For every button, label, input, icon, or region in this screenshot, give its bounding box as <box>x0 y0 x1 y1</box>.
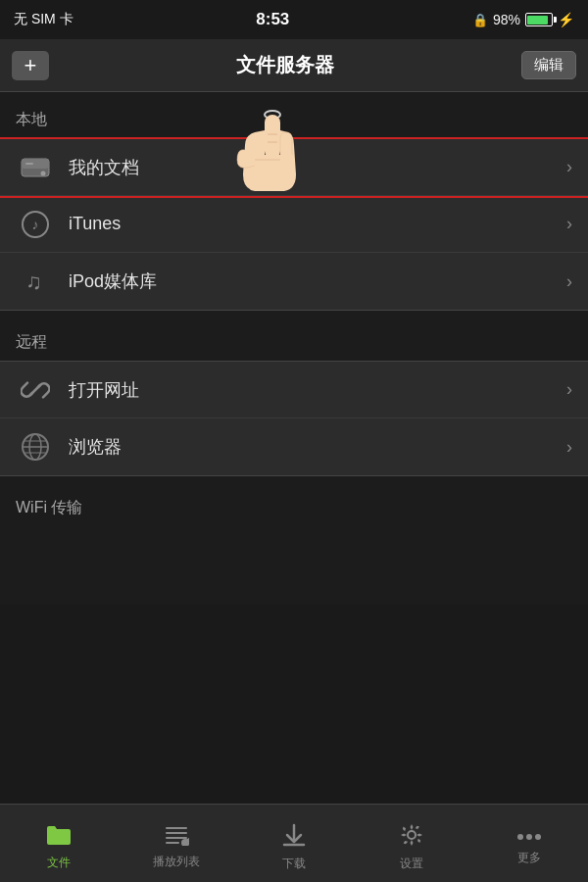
tab-download[interactable]: 下载 <box>235 805 353 882</box>
content-area: 本地 我的文档 › ♪ iTunes <box>0 92 588 605</box>
local-list-group: 我的文档 › ♪ iTunes › ♫ iPod媒体库 › <box>0 138 588 311</box>
browser-item[interactable]: 浏览器 › <box>0 418 588 475</box>
tab-bar: 文件 播放列表 下载 <box>0 804 588 882</box>
globe-icon <box>16 427 55 466</box>
charging-icon: ⚡ <box>558 12 574 27</box>
my-docs-label: 我的文档 <box>69 156 559 179</box>
browser-label: 浏览器 <box>69 435 559 459</box>
tab-settings-label: 设置 <box>400 856 423 872</box>
svg-point-24 <box>408 831 416 839</box>
tab-settings[interactable]: 设置 <box>353 805 470 882</box>
svg-rect-19 <box>166 832 187 834</box>
ipod-icon: ♫ <box>16 262 55 301</box>
tab-download-label: 下载 <box>282 856 306 872</box>
edit-button[interactable]: 编辑 <box>521 51 576 79</box>
open-url-item[interactable]: 打开网址 › <box>0 362 588 418</box>
wifi-section-header: WiFi 传输 <box>0 480 588 526</box>
hdd-icon <box>16 148 55 187</box>
my-docs-chevron: › <box>566 157 572 177</box>
dots-icon <box>516 828 542 846</box>
signal-indicator: 无 SIM 卡 <box>14 11 74 28</box>
link-icon <box>16 370 55 410</box>
svg-line-7 <box>30 385 40 395</box>
open-url-label: 打开网址 <box>69 378 559 402</box>
svg-text:♪: ♪ <box>32 217 39 232</box>
tab-files[interactable]: 文件 <box>0 805 118 882</box>
svg-rect-21 <box>166 842 179 844</box>
my-docs-item[interactable]: 我的文档 › <box>0 139 588 196</box>
svg-text:♫: ♫ <box>25 270 42 294</box>
svg-point-26 <box>526 834 532 840</box>
ipod-chevron: › <box>566 271 572 292</box>
list-icon <box>164 824 189 850</box>
local-section-header: 本地 <box>0 92 588 138</box>
remote-section-header: 远程 <box>0 315 588 361</box>
page-title: 文件服务器 <box>236 52 334 78</box>
battery-icon <box>525 13 553 26</box>
itunes-label: iTunes <box>69 214 559 234</box>
svg-point-2 <box>41 171 46 175</box>
add-button[interactable]: + <box>12 51 49 80</box>
itunes-chevron: › <box>566 214 572 234</box>
ipod-item[interactable]: ♫ iPod媒体库 › <box>0 253 588 310</box>
nav-bar: + 文件服务器 编辑 <box>0 39 588 92</box>
status-bar: 无 SIM 卡 8:53 🔒 98% ⚡ <box>0 0 588 39</box>
tab-playlist[interactable]: 播放列表 <box>118 805 235 882</box>
tab-playlist-label: 播放列表 <box>153 854 200 870</box>
svg-rect-18 <box>166 827 187 829</box>
svg-rect-3 <box>25 163 33 165</box>
battery-percent: 98% <box>493 12 520 27</box>
remote-list-group: 打开网址 › 浏览器 › <box>0 361 588 476</box>
svg-point-25 <box>517 834 523 840</box>
svg-point-27 <box>535 834 541 840</box>
browser-chevron: › <box>566 437 572 458</box>
gear-icon <box>399 822 424 852</box>
ipod-label: iPod媒体库 <box>69 270 559 293</box>
itunes-item[interactable]: ♪ iTunes › <box>0 196 588 253</box>
lock-icon: 🔒 <box>472 13 488 27</box>
tab-more-label: 更多 <box>517 850 541 866</box>
clock: 8:53 <box>256 10 289 29</box>
folder-icon <box>45 823 73 851</box>
open-url-chevron: › <box>566 379 572 400</box>
tab-more[interactable]: 更多 <box>470 805 588 882</box>
download-icon <box>281 822 307 852</box>
itunes-icon: ♪ <box>16 205 55 244</box>
svg-rect-20 <box>166 837 187 839</box>
tab-files-label: 文件 <box>47 855 71 871</box>
battery-area: 🔒 98% ⚡ <box>472 12 574 27</box>
